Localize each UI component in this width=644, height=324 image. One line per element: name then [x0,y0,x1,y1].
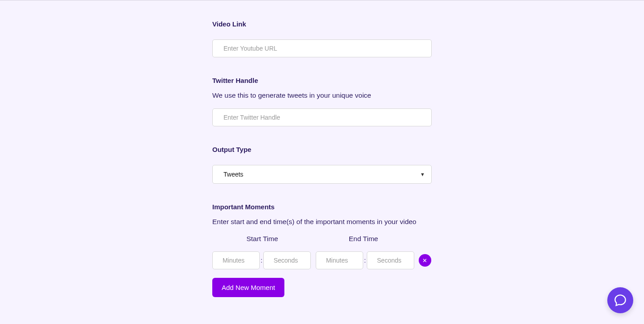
video-link-label: Video Link [212,20,432,28]
colon-separator: : [260,257,263,264]
chat-widget-button[interactable] [607,287,633,313]
colon-separator: : [363,257,367,264]
video-link-input[interactable] [212,39,432,57]
twitter-handle-input[interactable] [212,108,432,126]
remove-moment-button[interactable]: ✕ [419,254,431,267]
end-time-header: End Time [312,235,415,243]
output-type-select-wrap: Tweets ▼ [212,165,432,184]
add-moment-button[interactable]: Add New Moment [212,278,284,297]
moments-headers: Start Time End Time [212,235,432,251]
twitter-handle-description: We use this to generate tweets in your u… [212,91,432,99]
end-minutes-input[interactable] [316,251,363,269]
important-moments-label: Important Moments [212,203,432,211]
start-seconds-input[interactable] [263,251,311,269]
twitter-handle-label: Twitter Handle [212,77,432,84]
output-type-label: Output Type [212,146,432,153]
output-type-select[interactable]: Tweets [213,165,431,183]
chat-icon [614,294,627,307]
end-seconds-input[interactable] [367,251,414,269]
close-icon: ✕ [422,257,427,264]
important-moments-description: Enter start and end time(s) of the impor… [212,218,432,226]
start-minutes-input[interactable] [212,251,260,269]
form-container: Video Link Twitter Handle We use this to… [212,0,432,297]
start-time-header: Start Time [212,235,312,243]
moment-row: : : ✕ [212,251,432,269]
